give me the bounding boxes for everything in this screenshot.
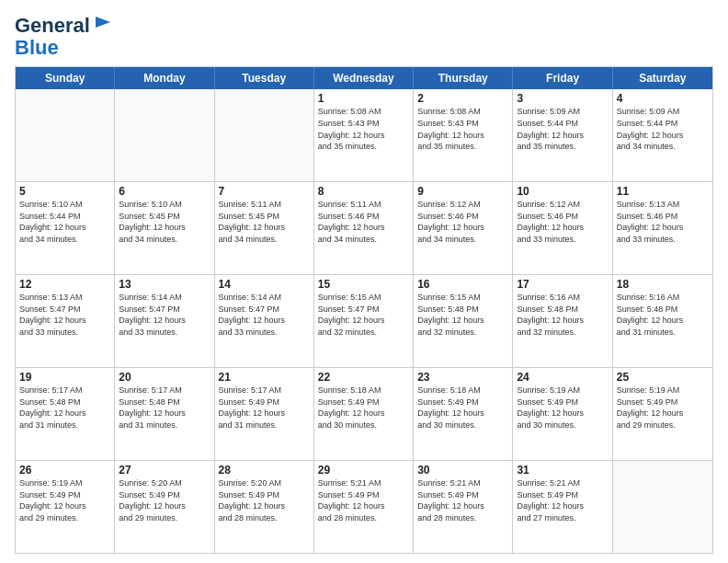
day-number: 2 — [417, 92, 508, 105]
cell-line: Sunset: 5:49 PM — [219, 396, 310, 408]
day-number: 30 — [417, 464, 508, 477]
cell-line: Daylight: 12 hours — [517, 500, 608, 512]
cell-line: Sunset: 5:44 PM — [19, 211, 110, 223]
calendar-cell: 27Sunrise: 5:20 AMSunset: 5:49 PMDayligh… — [115, 461, 214, 553]
cell-line: and 31 minutes. — [617, 327, 709, 339]
calendar-cell: 18Sunrise: 5:16 AMSunset: 5:48 PMDayligh… — [613, 275, 712, 367]
calendar-row-1: 1Sunrise: 5:08 AMSunset: 5:43 PMDaylight… — [16, 89, 712, 181]
cell-line: Sunset: 5:48 PM — [517, 304, 608, 316]
cell-line: and 34 minutes. — [19, 234, 110, 246]
cell-line: Daylight: 12 hours — [517, 408, 608, 419]
calendar: SundayMondayTuesdayWednesdayThursdayFrid… — [15, 66, 713, 554]
cell-line: and 29 minutes. — [119, 512, 210, 524]
calendar-cell: 19Sunrise: 5:17 AMSunset: 5:48 PMDayligh… — [16, 368, 115, 460]
cell-line: Sunrise: 5:15 AM — [417, 292, 508, 304]
calendar-cell: 2Sunrise: 5:08 AMSunset: 5:43 PMDaylight… — [414, 89, 513, 181]
weekday-header-sunday: Sunday — [16, 67, 115, 89]
calendar-cell: 31Sunrise: 5:21 AMSunset: 5:49 PMDayligh… — [513, 461, 612, 553]
cell-line: and 27 minutes. — [517, 512, 608, 524]
cell-line: Daylight: 12 hours — [318, 130, 409, 142]
cell-line: and 32 minutes. — [517, 327, 608, 339]
logo-general: General — [15, 15, 90, 37]
day-number: 31 — [517, 464, 608, 477]
cell-line: Daylight: 12 hours — [219, 315, 310, 327]
calendar-cell — [16, 89, 115, 181]
cell-line: Sunrise: 5:08 AM — [417, 106, 508, 118]
day-number: 28 — [219, 464, 310, 477]
cell-line: and 31 minutes. — [19, 419, 110, 431]
cell-line: Daylight: 12 hours — [517, 130, 608, 142]
cell-line: Sunset: 5:47 PM — [119, 304, 210, 316]
calendar-cell: 11Sunrise: 5:13 AMSunset: 5:46 PMDayligh… — [613, 182, 712, 274]
cell-line: and 29 minutes. — [617, 419, 709, 431]
logo-blue: Blue — [15, 36, 59, 59]
calendar-cell: 16Sunrise: 5:15 AMSunset: 5:48 PMDayligh… — [414, 275, 513, 367]
calendar-row-4: 19Sunrise: 5:17 AMSunset: 5:48 PMDayligh… — [16, 367, 712, 460]
cell-line: and 35 minutes. — [517, 141, 608, 153]
cell-line: Daylight: 12 hours — [617, 130, 709, 142]
cell-line: Sunrise: 5:16 AM — [517, 292, 608, 304]
day-number: 29 — [318, 464, 409, 477]
cell-line: Sunrise: 5:08 AM — [318, 106, 409, 118]
cell-line: Daylight: 12 hours — [119, 500, 210, 512]
cell-line: Sunset: 5:43 PM — [417, 118, 508, 130]
cell-line: Daylight: 12 hours — [119, 408, 210, 419]
cell-line: Sunset: 5:46 PM — [417, 211, 508, 223]
calendar-header: SundayMondayTuesdayWednesdayThursdayFrid… — [16, 67, 712, 89]
calendar-cell: 6Sunrise: 5:10 AMSunset: 5:45 PMDaylight… — [115, 182, 214, 274]
calendar-cell — [115, 89, 214, 181]
cell-line: Sunset: 5:49 PM — [617, 396, 709, 408]
cell-line: Sunrise: 5:12 AM — [417, 199, 508, 211]
cell-line: Sunset: 5:48 PM — [19, 396, 110, 408]
day-number: 1 — [318, 92, 409, 105]
cell-line: Daylight: 12 hours — [19, 315, 110, 327]
cell-line: Sunrise: 5:19 AM — [617, 385, 709, 396]
cell-line: Daylight: 12 hours — [219, 222, 310, 234]
cell-line: Sunrise: 5:11 AM — [219, 199, 310, 211]
cell-line: Daylight: 12 hours — [219, 408, 310, 419]
cell-line: and 34 minutes. — [219, 234, 310, 246]
cell-line: Daylight: 12 hours — [417, 130, 508, 142]
weekday-header-saturday: Saturday — [613, 67, 712, 89]
cell-line: and 28 minutes. — [219, 512, 310, 524]
cell-line: Sunset: 5:46 PM — [318, 211, 409, 223]
cell-line: Sunset: 5:49 PM — [119, 489, 210, 501]
cell-line: Sunrise: 5:21 AM — [417, 477, 508, 489]
cell-line: Daylight: 12 hours — [318, 408, 409, 419]
cell-line: and 30 minutes. — [517, 419, 608, 431]
cell-line: Sunset: 5:48 PM — [617, 304, 709, 316]
day-number: 3 — [517, 92, 608, 105]
cell-line: Daylight: 12 hours — [417, 500, 508, 512]
day-number: 12 — [19, 278, 110, 291]
calendar-cell: 24Sunrise: 5:19 AMSunset: 5:49 PMDayligh… — [513, 368, 612, 460]
cell-line: and 34 minutes. — [318, 234, 409, 246]
page: General Blue SundayMondayTuesdayWednesda… — [0, 0, 728, 563]
cell-line: Sunset: 5:47 PM — [19, 304, 110, 316]
day-number: 22 — [318, 371, 409, 384]
weekday-header-thursday: Thursday — [414, 67, 513, 89]
cell-line: Sunset: 5:49 PM — [417, 489, 508, 501]
cell-line: Daylight: 12 hours — [617, 408, 709, 419]
cell-line: Sunrise: 5:14 AM — [219, 292, 310, 304]
calendar-cell: 28Sunrise: 5:20 AMSunset: 5:49 PMDayligh… — [215, 461, 314, 553]
day-number: 23 — [417, 371, 508, 384]
cell-line: and 28 minutes. — [417, 512, 508, 524]
day-number: 10 — [517, 185, 608, 198]
cell-line: and 34 minutes. — [617, 141, 709, 153]
cell-line: Daylight: 12 hours — [318, 500, 409, 512]
cell-line: and 35 minutes. — [318, 141, 409, 153]
cell-line: Daylight: 12 hours — [318, 315, 409, 327]
calendar-cell: 30Sunrise: 5:21 AMSunset: 5:49 PMDayligh… — [414, 461, 513, 553]
weekday-header-friday: Friday — [513, 67, 612, 89]
cell-line: Daylight: 12 hours — [119, 222, 210, 234]
day-number: 14 — [219, 278, 310, 291]
cell-line: Sunset: 5:49 PM — [318, 396, 409, 408]
calendar-cell: 15Sunrise: 5:15 AMSunset: 5:47 PMDayligh… — [314, 275, 414, 367]
cell-line: Sunset: 5:49 PM — [318, 489, 409, 501]
cell-line: Daylight: 12 hours — [417, 222, 508, 234]
cell-line: Daylight: 12 hours — [617, 222, 709, 234]
cell-line: Daylight: 12 hours — [219, 500, 310, 512]
cell-line: Sunset: 5:46 PM — [517, 211, 608, 223]
cell-line: Sunrise: 5:19 AM — [19, 477, 110, 489]
calendar-cell: 20Sunrise: 5:17 AMSunset: 5:48 PMDayligh… — [115, 368, 214, 460]
